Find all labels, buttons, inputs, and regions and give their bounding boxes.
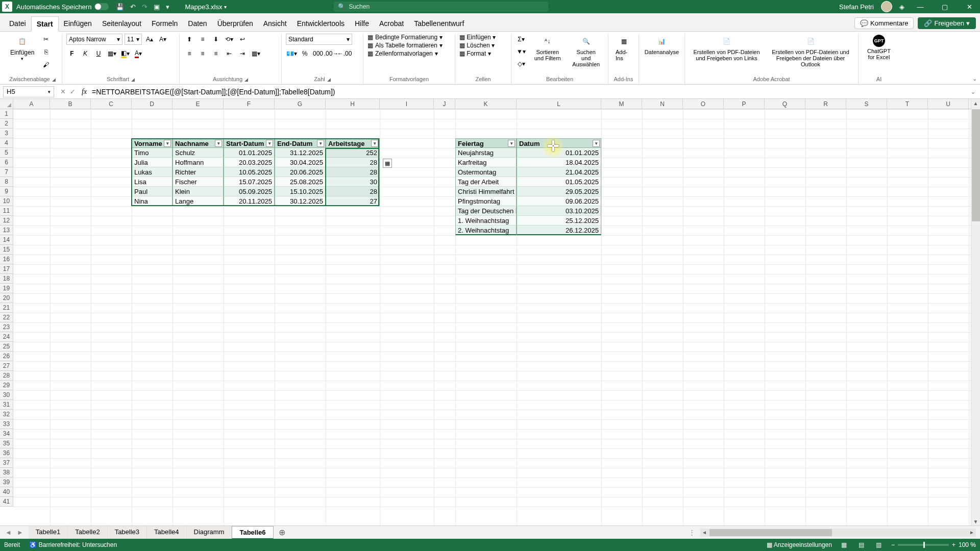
cell[interactable]: 28 xyxy=(326,187,380,196)
sheet-nav-prev-icon[interactable]: ◄ xyxy=(5,529,12,536)
cell[interactable]: 01.01.2025 xyxy=(224,148,275,158)
wrap-text-icon[interactable]: ↩ xyxy=(237,34,248,45)
row-header[interactable]: 15 xyxy=(0,245,13,255)
accessibility-status[interactable]: ♿ Barrierefreiheit: Untersuchen xyxy=(29,541,117,548)
cell[interactable]: 31.12.2025 xyxy=(275,148,326,158)
underline-button[interactable]: U xyxy=(93,48,104,59)
cell[interactable]: 27 xyxy=(326,196,380,206)
chatgpt-button[interactable]: GPTChatGPT for Excel xyxy=(863,34,895,61)
addins-button[interactable]: ▦Add-Ins xyxy=(612,34,635,62)
cell[interactable]: 28 xyxy=(326,167,380,177)
col-header[interactable]: D xyxy=(132,99,173,109)
increase-font-icon[interactable]: A▴ xyxy=(144,34,155,45)
close-button[interactable]: ✕ xyxy=(961,3,978,11)
col-header[interactable]: J xyxy=(434,99,455,109)
row-header[interactable]: 17 xyxy=(0,264,13,274)
decrease-indent-icon[interactable]: ⇤ xyxy=(224,48,235,59)
row-header[interactable]: 5 xyxy=(0,148,13,158)
cut-icon[interactable]: ✂ xyxy=(40,34,52,45)
thousands-icon[interactable]: 000 xyxy=(312,48,324,59)
row-header[interactable]: 21 xyxy=(0,303,13,313)
col-header[interactable]: C xyxy=(91,99,132,109)
cell[interactable]: 15.07.2025 xyxy=(224,177,275,187)
row-header[interactable]: 23 xyxy=(0,322,13,332)
col-header[interactable]: U xyxy=(928,99,969,109)
toggle-switch[interactable] xyxy=(94,3,109,10)
sheet-tab[interactable]: Tabelle4 xyxy=(147,526,186,539)
fill-color-icon[interactable]: ◧▾ xyxy=(119,48,131,59)
row-header[interactable]: 33 xyxy=(0,419,13,429)
cell[interactable]: Timo xyxy=(132,148,173,158)
cell[interactable]: 05.09.2025 xyxy=(224,187,275,196)
align-top-icon[interactable]: ⬆ xyxy=(184,34,195,45)
fx-icon[interactable]: fx xyxy=(82,88,87,96)
cell[interactable]: Lukas xyxy=(132,167,173,177)
align-center-icon[interactable]: ≡ xyxy=(197,48,208,59)
align-left-icon[interactable]: ≡ xyxy=(184,48,195,59)
col-header[interactable]: A xyxy=(13,99,50,109)
filter-icon[interactable]: ▾ xyxy=(317,140,324,147)
merge-icon[interactable]: ▦▾ xyxy=(250,48,261,59)
cell[interactable]: 15.10.2025 xyxy=(275,187,326,196)
vertical-scrollbar[interactable]: ▲▼ xyxy=(971,99,980,527)
row-header[interactable]: 28 xyxy=(0,371,13,381)
cell[interactable]: Fischer xyxy=(173,177,224,187)
ribbon-tab-einfügen[interactable]: Einfügen xyxy=(59,16,97,31)
normal-view-icon[interactable]: ▦ xyxy=(839,541,849,549)
cell[interactable]: Datum▾ xyxy=(517,138,601,148)
cell[interactable]: End-Datum▾ xyxy=(275,138,326,148)
row-header[interactable]: 2 xyxy=(0,119,13,129)
row-header[interactable]: 9 xyxy=(0,187,13,196)
row-header[interactable]: 37 xyxy=(0,458,13,468)
ribbon-tab-entwicklertools[interactable]: Entwicklertools xyxy=(292,16,350,31)
cell[interactable]: Tag der Deutschen Einheit xyxy=(455,206,517,216)
filter-icon[interactable]: ▾ xyxy=(215,140,222,147)
row-header[interactable]: 22 xyxy=(0,313,13,322)
column-headers[interactable]: ABCDEFGHIJKLMNOPQRSTU xyxy=(13,99,980,109)
autosum-icon[interactable]: Σ▾ xyxy=(516,34,527,45)
expand-formula-bar-icon[interactable]: ⌄ xyxy=(966,88,980,95)
col-header[interactable]: H xyxy=(326,99,380,109)
row-header[interactable]: 1 xyxy=(0,109,13,119)
row-header[interactable]: 18 xyxy=(0,274,13,284)
percent-icon[interactable]: % xyxy=(299,48,310,59)
increase-indent-icon[interactable]: ⇥ xyxy=(237,48,248,59)
cell[interactable]: 01.05.2025 xyxy=(517,177,601,187)
maximize-button[interactable]: ▢ xyxy=(936,3,953,11)
cancel-formula-icon[interactable]: ✕ xyxy=(60,88,66,95)
cell[interactable]: 25.12.2025 xyxy=(517,216,601,226)
cell[interactable]: 30 xyxy=(326,177,380,187)
row-header[interactable]: 29 xyxy=(0,381,13,390)
row-header[interactable]: 7 xyxy=(0,167,13,177)
horizontal-scrollbar[interactable]: ◄► xyxy=(700,529,976,537)
ribbon-tab-überprüfen[interactable]: Überprüfen xyxy=(212,16,258,31)
row-header[interactable]: 10 xyxy=(0,196,13,206)
decrease-decimal-icon[interactable]: ←.00 xyxy=(339,48,350,59)
user-name[interactable]: Stefan Petri xyxy=(839,3,874,11)
row-headers[interactable]: 1234567891011121314151617181920212223242… xyxy=(0,109,13,507)
row-header[interactable]: 25 xyxy=(0,342,13,352)
bold-button[interactable]: F xyxy=(66,48,78,59)
row-header[interactable]: 38 xyxy=(0,468,13,478)
format-painter-icon[interactable]: 🖌 xyxy=(40,59,52,70)
cell[interactable]: 20.03.2025 xyxy=(224,158,275,167)
add-sheet-button[interactable]: ⊕ xyxy=(274,528,290,537)
avatar[interactable] xyxy=(881,1,892,12)
autosave-toggle[interactable]: Automatisches Speichern xyxy=(16,3,109,11)
row-header[interactable]: 12 xyxy=(0,216,13,226)
decrease-font-icon[interactable]: A▾ xyxy=(157,34,168,45)
zoom-out-icon[interactable]: − xyxy=(891,541,895,548)
data-analysis-button[interactable]: 📊Datenanalyse xyxy=(643,34,680,56)
select-all-corner[interactable] xyxy=(0,99,13,109)
filter-icon[interactable]: ▾ xyxy=(164,140,171,147)
cell[interactable]: Nina xyxy=(132,196,173,206)
cell[interactable]: Tag der Arbeit xyxy=(455,177,517,187)
cell[interactable]: 20.06.2025 xyxy=(275,167,326,177)
row-header[interactable]: 40 xyxy=(0,487,13,497)
page-layout-view-icon[interactable]: ▤ xyxy=(856,541,867,549)
row-header[interactable]: 14 xyxy=(0,235,13,245)
cell[interactable]: Hoffmann xyxy=(173,158,224,167)
col-header[interactable]: L xyxy=(517,99,601,109)
cell[interactable]: 25.08.2025 xyxy=(275,177,326,187)
filter-icon[interactable]: ▾ xyxy=(593,140,600,147)
